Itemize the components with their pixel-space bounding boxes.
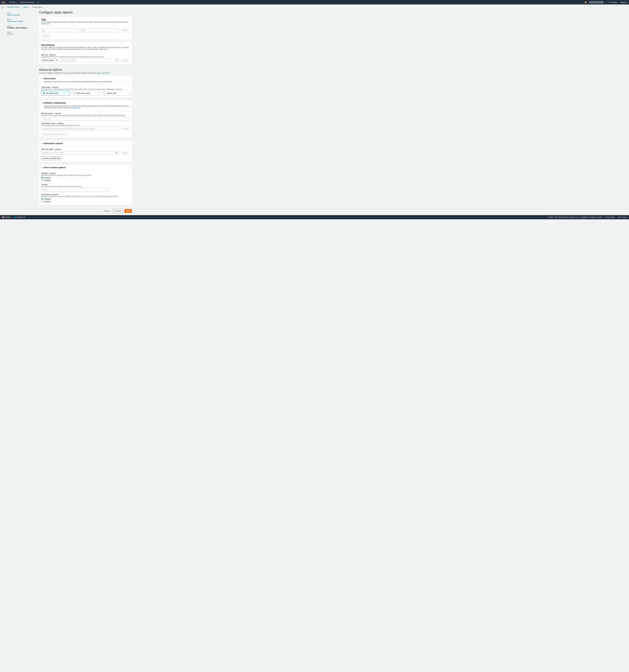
sns-remove-button[interactable]: Remove xyxy=(120,151,130,155)
iam-role-remove-button[interactable]: Remove xyxy=(120,58,130,62)
iam-role-type-select[interactable]: IAM role name ▼ xyxy=(41,58,59,62)
monitoring-time-input[interactable] xyxy=(41,117,130,121)
radio-label: Disabled xyxy=(44,198,51,200)
cloudwatch-alarm-sub: Amazon Resource Name (ARN) of the alarm … xyxy=(41,124,130,126)
chevron-down-icon: ▼ xyxy=(115,152,117,154)
breadcrumb-cloudformation[interactable]: CloudFormation xyxy=(7,6,20,8)
stack-policy-none-tile[interactable]: No stack policy xyxy=(41,91,70,96)
triangle-down-icon xyxy=(41,102,43,104)
iam-role-placeholder: Sample-role-name xyxy=(62,59,76,61)
radio-icon xyxy=(41,198,43,200)
terms-link[interactable]: Terms of Use xyxy=(618,216,627,218)
sns-arn-select[interactable]: Specify an SNS Topic ARN ▼ xyxy=(41,151,118,155)
hamburger-icon[interactable]: ☰ xyxy=(2,6,4,9)
advanced-title: Advanced options xyxy=(39,68,132,72)
step-1[interactable]: Step 1 Specify template xyxy=(7,11,33,18)
notification-title: Notification options xyxy=(44,142,63,145)
add-tag-button[interactable]: Add tag xyxy=(41,34,51,38)
breadcrumb: CloudFormation › Stacks › Create stack xyxy=(7,6,135,8)
cloudwatch-alarm-label: CloudWatch alarm - optional xyxy=(41,122,130,124)
notification-toggle[interactable]: Notification options xyxy=(39,141,132,146)
stack-policy-title: Stack policy xyxy=(44,77,56,80)
previous-button[interactable]: Previous xyxy=(112,209,123,213)
notifications-icon[interactable]: 🔔 xyxy=(585,1,587,3)
iam-role-sublabel: Choose the IAM role for CloudFormation t… xyxy=(41,56,130,58)
radio-label: Disabled xyxy=(44,179,51,181)
cancel-button[interactable]: Cancel xyxy=(102,209,111,213)
services-menu[interactable]: Services xyxy=(9,1,17,3)
triangle-down-icon xyxy=(41,166,43,169)
cloudwatch-remove-button[interactable]: Remove xyxy=(120,127,130,131)
support-menu[interactable]: Support xyxy=(620,1,627,3)
privacy-link[interactable]: Privacy Policy xyxy=(605,216,615,218)
footer: Feedback English (US) © 2008 - 2019, Ama… xyxy=(0,215,629,219)
advanced-learn-more-link[interactable]: Learn more. xyxy=(101,72,110,74)
tag-remove-button[interactable]: Remove xyxy=(120,28,130,32)
tile-label: No stack policy xyxy=(46,92,58,94)
permissions-learn-more-link[interactable]: Learn more. xyxy=(99,48,108,50)
permissions-title: Permissions xyxy=(41,44,130,46)
radio-label: Enabled xyxy=(44,200,50,202)
create-sns-topic-button[interactable]: Create new SNS topic xyxy=(41,156,62,160)
termination-sub: Prevents the stack from being accidental… xyxy=(41,196,130,197)
step-number: Step 1 xyxy=(7,12,33,14)
language-menu[interactable]: English (US) xyxy=(14,216,25,218)
tags-card: Tags You can specify tags (key-value pai… xyxy=(39,17,132,40)
rollback-enabled-radio[interactable]: Enabled xyxy=(41,177,130,179)
add-cloudwatch-button[interactable]: Add CloudWatch alarm ARN xyxy=(41,132,67,136)
radio-icon xyxy=(43,92,45,94)
page-title: Configure stack options xyxy=(39,10,132,14)
radio-icon xyxy=(41,200,43,202)
rollback-learn-more-link[interactable]: Learn more. xyxy=(72,107,81,109)
tags-learn-more-link[interactable]: Learn more. xyxy=(41,23,50,25)
rollback-sub: Specify alarms for CloudFormation to mon… xyxy=(39,105,132,111)
monitoring-time-sub: Number of minutes after the operation co… xyxy=(41,115,130,116)
creation-options-title: Stack creation options xyxy=(44,166,66,169)
next-button[interactable]: Next xyxy=(124,209,132,213)
copyright-text: © 2008 - 2019, Amazon Web Services, Inc.… xyxy=(548,216,603,218)
radio-icon xyxy=(41,179,43,181)
stack-policy-enter-tile[interactable]: Enter stack policy xyxy=(71,91,100,96)
breadcrumb-stacks[interactable]: Stacks xyxy=(23,6,28,8)
radio-icon xyxy=(41,177,43,179)
rollback-card: Rollback configuration Specify alarms fo… xyxy=(39,100,132,138)
chevron-right-icon: › xyxy=(21,6,22,8)
notification-card: Notification options SNS topic ARN - opt… xyxy=(39,140,132,162)
chevron-down-icon: ▼ xyxy=(56,59,58,61)
timeout-label: Timeout xyxy=(41,184,130,186)
chevron-down-icon: ▼ xyxy=(115,59,117,61)
rollback-disabled-radio[interactable]: Disabled xyxy=(41,179,130,181)
step-title[interactable]: Specify template xyxy=(7,14,33,16)
aws-logo[interactable]: aws xyxy=(2,1,6,3)
termination-enabled-radio[interactable]: Enabled xyxy=(41,200,130,202)
triangle-down-icon xyxy=(41,142,43,145)
tags-sub: You can specify tags (key-value pairs) t… xyxy=(41,21,130,25)
region-menu[interactable]: N. Virginia xyxy=(609,1,618,3)
termination-disabled-radio[interactable]: Disabled xyxy=(41,198,130,200)
cloudwatch-arn-input[interactable] xyxy=(41,127,118,131)
creation-options-toggle[interactable]: Stack creation options xyxy=(39,165,132,170)
permissions-sub: Choose an IAM role to explicitly define … xyxy=(41,47,130,50)
tag-key-input[interactable] xyxy=(41,28,79,32)
step-3: Step 3 Configure stack options xyxy=(7,24,33,30)
step-2[interactable]: Step 2 Specify stack details xyxy=(7,18,33,24)
stack-policy-sublabel: A stack policy is a JSON document that d… xyxy=(41,88,130,90)
iam-role-label: IAM role - optional xyxy=(41,54,130,56)
iam-role-name-select[interactable]: Sample-role-name ▼ xyxy=(61,58,118,62)
pin-icon[interactable]: ★ xyxy=(38,1,39,3)
stack-policy-card: Stack policy Defines the resources that … xyxy=(39,75,132,98)
step-number: Step 2 xyxy=(7,19,33,20)
stack-policy-toggle[interactable]: Stack policy xyxy=(39,76,132,81)
permissions-card: Permissions Choose an IAM role to explic… xyxy=(39,42,132,64)
radio-label: Enabled xyxy=(44,177,50,179)
feedback-link[interactable]: Feedback xyxy=(2,216,11,218)
resource-groups-menu[interactable]: Resource Groups xyxy=(20,1,34,3)
timeout-sub: The number of minutes before a stack cre… xyxy=(41,186,130,187)
timeout-input[interactable] xyxy=(41,188,108,192)
tag-value-input[interactable] xyxy=(81,28,118,32)
account-caret-icon: ▾ xyxy=(606,2,606,3)
rollback-toggle[interactable]: Rollback configuration xyxy=(39,100,132,106)
step-title[interactable]: Specify stack details xyxy=(7,20,33,22)
account-menu[interactable] xyxy=(589,1,604,3)
stack-policy-upload-tile[interactable]: Upload a file xyxy=(101,91,130,96)
